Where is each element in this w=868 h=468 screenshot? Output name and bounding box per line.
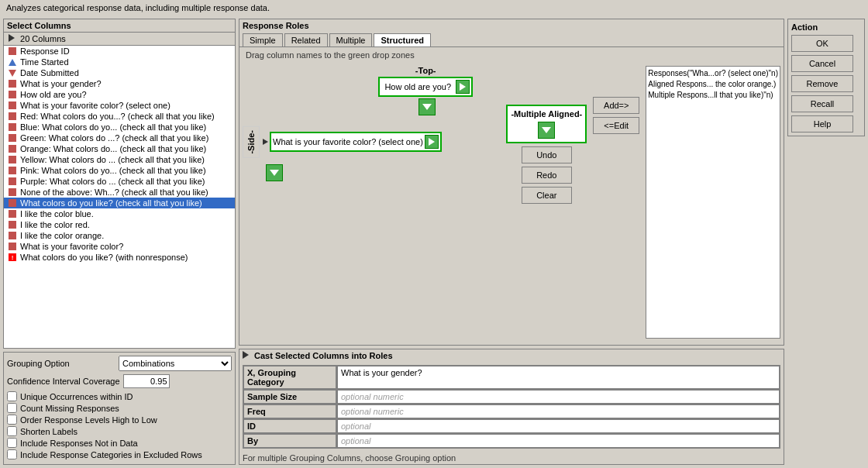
column-label: What is your gender? — [20, 79, 102, 88]
tab-multiple[interactable]: Multiple — [329, 33, 373, 46]
column-list: Response IDTime StartedDate SubmittedWha… — [4, 46, 235, 359]
list-item[interactable]: What is your gender? — [4, 78, 235, 89]
list-item[interactable]: Red: What colors do you...? (check all t… — [4, 111, 235, 122]
list-item[interactable]: Response ID — [4, 46, 235, 57]
list-item[interactable]: Pink: What colors do yo... (check all th… — [4, 165, 235, 176]
description-bar: Analyzes categorical response data, incl… — [0, 0, 868, 15]
checkbox-input[interactable] — [7, 403, 17, 413]
checkbox-label: Count Missing Responses — [20, 404, 119, 413]
list-item[interactable]: Orange: What colors do... (check all tha… — [4, 143, 235, 154]
top-play-button[interactable] — [456, 80, 470, 94]
remove-button[interactable]: Remove — [791, 75, 853, 92]
recall-button[interactable]: Recall — [791, 95, 853, 112]
checkbox-label: Include Response Categories in Excluded … — [20, 450, 202, 459]
column-icon — [7, 220, 18, 229]
middle-panel: Response Roles SimpleRelatedMultipleStru… — [239, 19, 784, 465]
list-item[interactable]: I like the color blue. — [4, 208, 235, 219]
column-icon — [7, 57, 18, 67]
response-display-item: Responses("Wha...or? (select one)"n) — [648, 68, 778, 79]
cast-role-header: By — [243, 434, 336, 448]
list-item[interactable]: Blue: What colors do yo... (check all th… — [4, 122, 235, 132]
list-item[interactable]: What colors do you like? (check all that… — [4, 198, 235, 208]
column-label: What colors do you like? (check all that… — [20, 198, 202, 208]
footnote: For multiple Grouping Columns, choose Gr… — [239, 452, 784, 464]
confidence-input[interactable] — [123, 374, 170, 388]
grouping-option-select[interactable]: Combinations — [119, 356, 232, 371]
checkbox-row: Order Response Levels High to Low — [7, 415, 232, 425]
checkbox-row: Include Response Categories in Excluded … — [7, 449, 232, 459]
cast-role-value[interactable]: What is your gender? — [337, 366, 780, 389]
right-panel: Action OKCancelRemoveRecallHelp — [787, 19, 865, 465]
add-edit-buttons: Add=> <=Edit — [593, 97, 639, 134]
checkbox-input[interactable] — [7, 391, 17, 401]
edit-button[interactable]: <=Edit — [593, 117, 639, 134]
column-label: Orange: What colors do... (check all tha… — [20, 144, 206, 153]
checkbox-label: Order Response Levels High to Low — [20, 415, 157, 425]
ok-button[interactable]: OK — [791, 35, 853, 52]
column-label: None of the above: Wh...? (check all tha… — [20, 188, 208, 197]
select-columns-box: Select Columns 20 Columns Response IDTim… — [3, 19, 236, 349]
checkboxes-container: Unique Occurrences within IDCount Missin… — [7, 391, 232, 459]
list-item[interactable]: How old are you? — [4, 89, 235, 100]
cast-role-header: Freq — [243, 404, 336, 418]
response-content: -Top- How old are you? — [239, 63, 784, 342]
list-item[interactable]: Green: What colors do ...? (check all th… — [4, 132, 235, 143]
checkbox-input[interactable] — [7, 438, 17, 448]
action-box: Action OKCancelRemoveRecallHelp — [787, 19, 865, 136]
cast-role-value[interactable]: optional — [337, 419, 780, 433]
column-icon — [7, 133, 18, 143]
checkbox-input[interactable] — [7, 449, 17, 459]
cast-role-value[interactable]: optional — [337, 434, 780, 448]
column-icon — [7, 90, 18, 99]
checkbox-row: Shorten Labels — [7, 426, 232, 436]
column-label: How old are you? — [20, 90, 87, 99]
list-item[interactable]: Date Submitted — [4, 67, 235, 78]
column-icon — [7, 198, 18, 208]
undo-button[interactable]: Undo — [522, 146, 572, 163]
list-item[interactable]: !What colors do you like? (with nonrespo… — [4, 252, 235, 263]
checkbox-label: Include Responses Not in Data — [20, 439, 138, 448]
column-label: Yellow: What colors do ... (check all th… — [20, 155, 205, 164]
list-item[interactable]: I like the color orange. — [4, 230, 235, 241]
cast-role-value[interactable]: optional numeric — [337, 390, 780, 404]
list-item[interactable]: What is your favorite color? (select one… — [4, 100, 235, 111]
description-text: Analyzes categorical response data, incl… — [6, 3, 270, 12]
tab-related[interactable]: Related — [284, 33, 328, 46]
list-item[interactable]: Time Started — [4, 57, 235, 67]
select-columns-title: Select Columns — [4, 19, 235, 33]
side-down-button[interactable] — [266, 164, 283, 181]
column-icon: ! — [7, 253, 18, 262]
checkbox-input[interactable] — [7, 426, 17, 436]
column-icon — [7, 144, 18, 153]
list-item[interactable]: Purple: What colors do ... (check all th… — [4, 176, 235, 187]
cast-role-value[interactable]: optional numeric — [337, 404, 780, 418]
clear-button[interactable]: Clear — [522, 187, 572, 204]
redo-button[interactable]: Redo — [522, 167, 572, 184]
list-item[interactable]: Yellow: What colors do ... (check all th… — [4, 154, 235, 165]
multi-down-button[interactable] — [538, 122, 555, 139]
checkbox-row: Count Missing Responses — [7, 403, 232, 413]
help-button[interactable]: Help — [791, 115, 853, 132]
response-roles-title: Response Roles — [239, 19, 784, 32]
side-field: What is your favorite color? (select one… — [273, 137, 423, 146]
column-icon — [7, 79, 18, 88]
cancel-button[interactable]: Cancel — [791, 55, 853, 72]
column-icon — [7, 242, 18, 251]
list-item[interactable]: What is your favorite color? — [4, 241, 235, 252]
confidence-label: Confidence Interval Coverage — [7, 377, 120, 386]
add-button[interactable]: Add=> — [593, 97, 639, 114]
checkbox-input[interactable] — [7, 415, 17, 425]
tab-structured[interactable]: Structured — [374, 33, 431, 46]
columns-header: 20 Columns — [4, 33, 235, 46]
left-panel: Select Columns 20 Columns Response IDTim… — [3, 19, 236, 465]
list-item[interactable]: None of the above: Wh...? (check all tha… — [4, 187, 235, 198]
top-down-button[interactable] — [418, 98, 436, 115]
grouping-section: Grouping Option Combinations Confidence … — [3, 352, 236, 465]
list-item[interactable]: I like the color red. — [4, 219, 235, 230]
tab-simple[interactable]: Simple — [243, 33, 283, 46]
column-label: Date Submitted — [20, 68, 79, 77]
column-icon — [7, 101, 18, 110]
side-label: -Side- — [243, 126, 260, 158]
side-play-button[interactable] — [425, 135, 439, 149]
column-icon — [7, 177, 18, 186]
